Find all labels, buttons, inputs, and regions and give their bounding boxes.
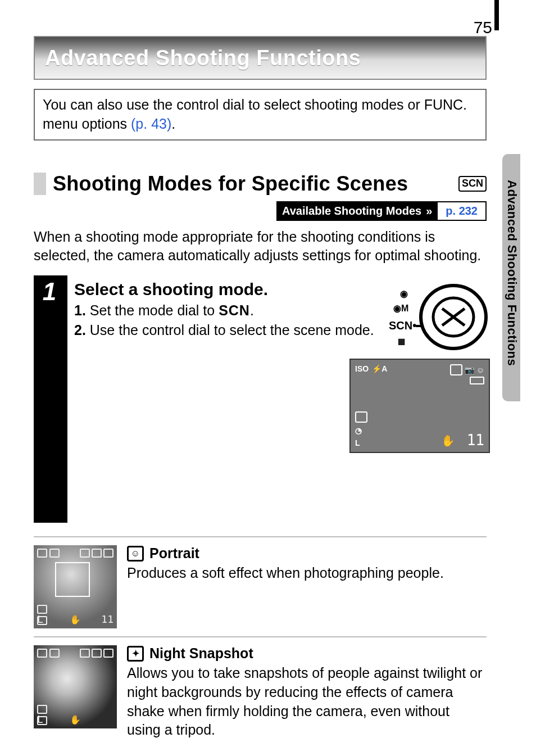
chapter-title-bar: Advanced Shooting Functions [34,36,487,80]
metering-icon [355,411,367,423]
mode-dial-illustration: ◉ ◉M SCN• ▦ [378,278,490,356]
page-number: 75 [474,18,492,37]
step-number: 1 [43,278,56,306]
lcd-left-stack: ◔ L [355,411,367,447]
mode-entry-portrait: L ✋ 11 ☺ Portrait Produces a soft effect… [34,536,487,636]
section-marker [34,173,46,195]
intro-text-after: . [171,116,175,132]
battery-icon [470,377,484,384]
step-block: 1 Select a shooting mode. 1. Set the mod… [34,275,487,523]
flash-auto-icon [49,549,60,558]
available-modes-label: Available Shooting Modes » [276,201,438,221]
mode-description: Produces a soft effect when photographin… [127,564,487,583]
mode-text-col: ☺ Portrait Produces a soft effect when p… [127,545,487,628]
drive-single-icon [80,649,90,658]
step-body: Select a shooting mode. 1. Set the mode … [65,275,487,523]
portrait-mode-icon: ☺ [476,365,484,374]
svg-text:◉M: ◉M [393,304,408,313]
image-size-l-icon: L [37,713,43,725]
lcd-preview: ISO ⚡A 📷 ☺ ◔ L ✋ 11 [349,359,490,453]
mode-title: Night Snapshot [149,645,253,662]
mode-title-row: ☺ Portrait [127,545,487,562]
substep1-num: 1. [74,302,86,318]
flash-auto-icon: ⚡A [372,364,387,373]
mode-description: Allows you to take snapshots of people a… [127,664,487,740]
night-snapshot-mode-icon: ✦ [127,646,144,662]
iso-auto-icon: ISO [355,364,369,373]
flash-auto-icon [49,649,60,658]
scn-label-inline: SCN [219,302,250,318]
portrait-mode-icon: ☺ [127,546,144,562]
portrait-mode-icon [103,549,113,558]
night-thumbnail: L ✋ [34,645,117,728]
scn-mode-badge: SCN [458,176,487,192]
shots-remaining: 11 [101,613,113,625]
iso-auto-icon [37,549,47,558]
chevrons-right-icon: » [426,205,432,218]
self-timer-icon: ◔ [355,426,367,435]
iso-auto-icon [37,649,47,658]
thumb-overlay: L ✋ 11 [37,549,113,625]
camera-icon [92,549,102,558]
drive-single-icon [80,549,90,558]
metering-icon [37,705,47,714]
chapter-thumb-label: Advanced Shooting Functions [505,180,519,366]
camera-icon: 📷 [465,365,474,374]
portrait-thumbnail: L ✋ 11 [34,545,117,628]
image-size-l-icon: L [37,613,43,625]
mode-title-row: ✦ Night Snapshot [127,645,487,662]
mode-text-col: ✦ Night Snapshot Allows you to take snap… [127,645,487,740]
image-size-l-icon: L [355,438,367,447]
lcd-top-left-icons: ISO ⚡A [355,364,387,373]
substep1-text-a: Set the mode dial to [90,302,219,318]
drive-single-icon [450,364,462,375]
substep2-text: Use the control dial to select the scene… [90,322,374,338]
lcd-top-right-icons: 📷 ☺ [450,364,484,375]
section-title: Shooting Modes for Specific Scenes [53,172,408,196]
camera-icon [92,649,102,658]
page-link-43[interactable]: (p. 43) [131,116,171,132]
mode-title: Portrait [149,545,199,562]
thumb-index-bar [494,0,499,30]
step-number-col: 1 [34,275,65,523]
section-heading-row: Shooting Modes for Specific Scenes SCN [34,172,487,196]
metering-icon [37,605,47,614]
svg-text:SCN•: SCN• [389,319,416,332]
manual-page: 75 Advanced Shooting Functions Advanced … [0,0,536,756]
night-mode-icon [103,649,113,658]
available-modes-strip: Available Shooting Modes » p. 232 [34,201,487,221]
hand-shake-icon: ✋ [441,434,455,447]
chapter-title: Advanced Shooting Functions [45,46,361,70]
svg-text:◉: ◉ [400,289,408,298]
page-link-232[interactable]: p. 232 [438,201,487,221]
hand-shake-icon: ✋ [70,614,81,625]
thumb-overlay: L ✋ [37,649,113,725]
intro-callout-box: You can also use the control dial to sel… [34,89,487,141]
available-modes-text: Available Shooting Modes [282,205,421,218]
substep1-text-b: . [250,302,254,318]
hand-shake-icon: ✋ [70,714,81,725]
mode-entry-night-snapshot: L ✋ ✦ Night Snapshot Allows you to take … [34,636,487,748]
intro-text-before: You can also use the control dial to sel… [43,97,467,132]
svg-text:▦: ▦ [398,337,405,346]
mode-dial-icon: ◉ ◉M SCN• ▦ [378,278,490,356]
substep2-num: 2. [74,322,86,338]
shots-remaining: 11 [467,432,484,449]
section-paragraph: When a shooting mode appropriate for the… [34,228,487,266]
